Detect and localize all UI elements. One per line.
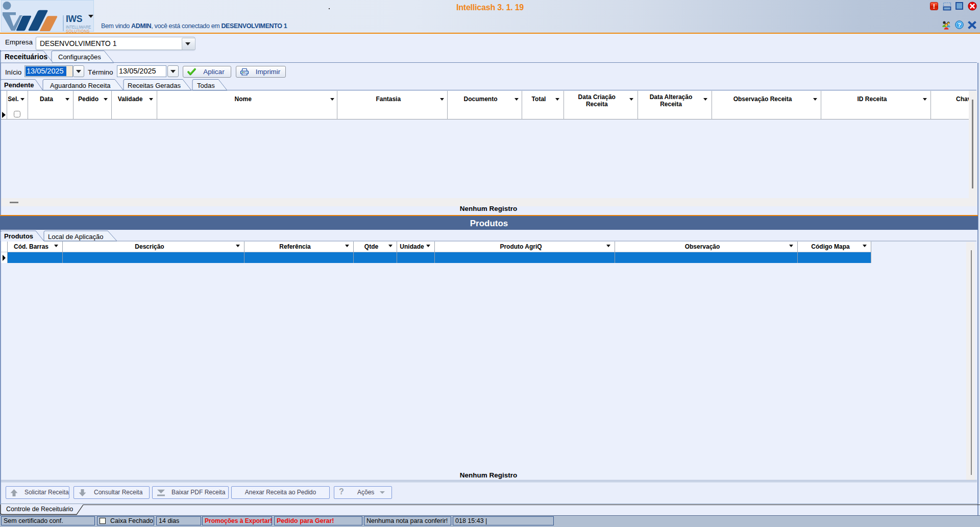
svg-text:?: ? xyxy=(958,22,961,28)
